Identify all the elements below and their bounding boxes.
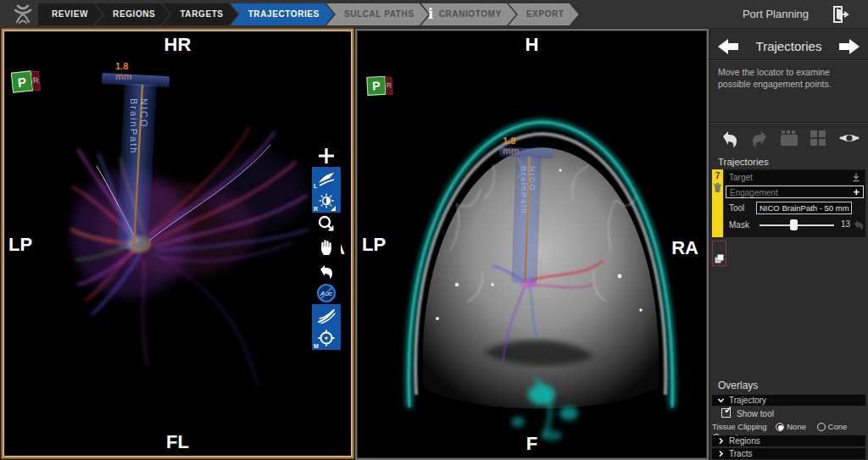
redo-icon <box>749 129 770 147</box>
chevron-right-icon <box>717 450 725 457</box>
tool-name-label: NICO BrainPath <box>129 98 149 154</box>
mask-row: Mask 13 <box>726 219 864 232</box>
rotate-view-button[interactable]: L <box>312 167 341 190</box>
viewport-toolbar: L R <box>312 144 341 350</box>
next-step-icon[interactable] <box>836 37 861 56</box>
tool-dropdown[interactable]: NICO BrainPath - 50 mm ▾ <box>756 202 852 214</box>
brand-logo-icon <box>10 3 36 25</box>
trajectory-rows: Target Engagement + Tool NICO BrainPath … <box>724 169 865 237</box>
clipping-option-none[interactable]: None <box>776 422 815 431</box>
orientation-label-left: LP <box>8 234 32 256</box>
orientation-label-bottom: FL <box>3 431 352 453</box>
cube-face-posterior: P <box>11 70 33 92</box>
chevron-right-icon <box>717 437 725 445</box>
secondary-trajectory-chip[interactable] <box>712 241 726 266</box>
delete-trajectory-icon[interactable] <box>713 183 722 193</box>
trajectory-color-bar[interactable]: 7 <box>712 169 723 237</box>
screenshot-icon <box>779 129 799 147</box>
port-planning-app: REVIEW REGIONS TARGETS TRAJECTORIES SULC… <box>0 0 868 460</box>
tab-export: EXPORT <box>509 3 579 25</box>
workflow-tabs: REVIEW REGIONS TARGETS TRAJECTORIES SULC… <box>38 3 579 25</box>
add-engagement-button[interactable]: + <box>853 186 860 197</box>
target-letter: M <box>314 343 319 349</box>
tab-trajectories[interactable]: TRAJECTORIES <box>231 3 334 25</box>
tool-label: Tool <box>729 203 744 213</box>
divider <box>709 122 868 124</box>
mask-reset-icon[interactable] <box>853 219 864 230</box>
trajectory-number: 7 <box>712 171 723 180</box>
step-description: Move the locator to examine possible eng… <box>718 66 854 90</box>
top-bar: REVIEW REGIONS TARGETS TRAJECTORIES SULC… <box>0 0 868 29</box>
radio-cone-label: Cone <box>828 422 848 431</box>
target-row[interactable]: Target <box>726 171 864 184</box>
show-tool-row[interactable]: ✓ Show tool <box>721 408 774 419</box>
tissue-clipping-row: Tissue Clipping None Cone Tool <box>712 421 865 432</box>
target-row-label: Target <box>729 173 753 182</box>
undo-view-button[interactable] <box>312 258 341 281</box>
overlay-section-regions[interactable]: Regions <box>712 435 865 446</box>
add-trajectory-button[interactable] <box>312 144 341 167</box>
right-sidebar: Trajectories Move the locator to examine… <box>709 29 868 460</box>
tissue-clipping-label: Tissue Clipping <box>712 422 767 431</box>
rotate-letter: L <box>314 183 317 189</box>
tool-dropdown-value: NICO BrainPath - 50 mm <box>760 203 849 213</box>
overlays-heading: Overlays <box>718 380 758 391</box>
engagement-row[interactable]: Engagement + <box>726 186 864 198</box>
pan-hand-button[interactable] <box>312 236 341 258</box>
chevron-down-icon <box>717 396 725 404</box>
orientation-label-bottom: F <box>357 433 707 455</box>
tab-regions[interactable]: REGIONS <box>95 3 170 25</box>
radio-cone[interactable] <box>817 423 826 431</box>
mask-slider[interactable] <box>760 224 834 226</box>
show-tool-checkbox[interactable]: ✓ <box>721 408 731 418</box>
radio-none-label: None <box>787 422 806 431</box>
tab-review[interactable]: REVIEW <box>38 3 103 25</box>
orientation-label-top: H <box>357 34 707 56</box>
divider <box>709 59 868 61</box>
set-target-icon[interactable] <box>852 173 860 182</box>
brightness-contrast-button[interactable]: R <box>312 190 341 213</box>
radio-none[interactable] <box>776 423 784 431</box>
tool-row: Tool NICO BrainPath - 50 mm ▾ <box>726 202 864 215</box>
show-tool-label: Show tool <box>737 409 774 418</box>
tab-targets[interactable]: TARGETS <box>162 3 237 25</box>
mask-slider-thumb[interactable] <box>790 219 798 230</box>
viewport-3d-tracts[interactable]: 1.8 mm NICO BrainPath HR LP A FL P R <box>2 29 353 458</box>
orientation-label-top: HR <box>3 34 352 56</box>
brightness-letter: R <box>314 206 318 212</box>
checkmark-icon: ✓ <box>724 405 732 416</box>
tab-sulcal-paths: SULCAL PATHS <box>326 3 429 25</box>
sidebar-toolbar <box>709 127 868 149</box>
cube-face-posterior: P <box>366 76 386 96</box>
orientation-label-right: RA <box>671 237 698 259</box>
orientation-cube[interactable]: P R <box>11 69 42 94</box>
sidebar-step-nav: Trajectories <box>709 34 868 59</box>
mask-label: Mask <box>729 220 749 230</box>
app-title: Port Planning <box>743 8 809 20</box>
orientation-cube[interactable]: P R <box>366 75 396 99</box>
engagement-row-label: Engagement <box>730 188 778 197</box>
cube-face-right: R <box>385 76 392 95</box>
cube-face-right: R <box>31 71 41 91</box>
clipping-option-cone[interactable]: Cone <box>817 422 856 431</box>
mask-value: 13 <box>841 219 850 229</box>
info-icon[interactable]: i <box>424 5 437 24</box>
viewport-coronal-mri[interactable]: 1.8 mm NICO BrainPath H LP RA F P R <box>355 29 709 460</box>
undo-icon[interactable] <box>720 129 740 147</box>
tool-name-label: NICO BrainPath <box>520 166 537 215</box>
tracts-button[interactable] <box>312 304 341 327</box>
overlay-trajectory-label: Trajectory <box>729 396 766 405</box>
overlay-regions-label: Regions <box>729 436 760 446</box>
overlay-tracts-label: Tracts <box>729 449 752 458</box>
target-locator-button[interactable]: M <box>312 327 341 350</box>
tractography-render <box>3 30 352 457</box>
overlay-section-tracts[interactable]: Tracts <box>712 448 865 459</box>
layers-icon <box>715 254 724 263</box>
trajectories-heading: Trajectories <box>718 157 769 167</box>
visibility-eye-icon[interactable] <box>838 129 859 147</box>
exit-icon[interactable] <box>831 5 849 24</box>
toggle-labels-button[interactable]: Abc <box>312 281 341 304</box>
zoom-button[interactable] <box>312 213 341 236</box>
overlay-section-trajectory[interactable]: Trajectory <box>712 395 865 406</box>
orientation-label-left: LP <box>362 234 386 256</box>
